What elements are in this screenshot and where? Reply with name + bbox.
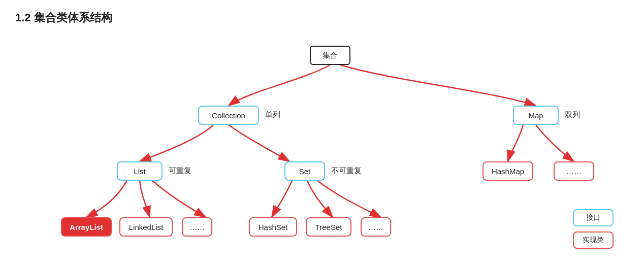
node-linkedlist: LinkedList — [119, 217, 173, 237]
page-title: 1.2 集合类体系结构 — [15, 10, 629, 25]
node-set: Set — [284, 161, 325, 181]
node-map: Map — [513, 106, 559, 125]
node-treeset: TreeSet — [306, 217, 351, 237]
node-more-map: …… — [554, 161, 594, 181]
page: 1.2 集合类体系结构 — [0, 0, 644, 266]
label-single: 单列 — [265, 110, 280, 120]
node-hashmap: HashMap — [482, 161, 533, 181]
node-collection: Collection — [198, 106, 259, 125]
node-more-set: …… — [361, 217, 391, 237]
node-more-list: …… — [182, 217, 212, 237]
label-repeatable: 可重复 — [169, 166, 191, 176]
legend: 接口 实现类 — [573, 209, 614, 249]
legend-interface: 接口 — [573, 209, 614, 226]
legend-impl: 实现类 — [573, 231, 614, 249]
node-root: 集合 — [310, 46, 350, 65]
node-hashset: HashSet — [249, 217, 297, 237]
label-nonrepeatable: 不可重复 — [331, 166, 362, 176]
node-arraylist: ArrayList — [61, 217, 112, 237]
label-double: 双列 — [565, 110, 580, 120]
diagram-area: 集合 Collection 单列 Map 双列 List 可重复 Set 不可重… — [15, 30, 629, 264]
node-list: List — [117, 161, 163, 181]
